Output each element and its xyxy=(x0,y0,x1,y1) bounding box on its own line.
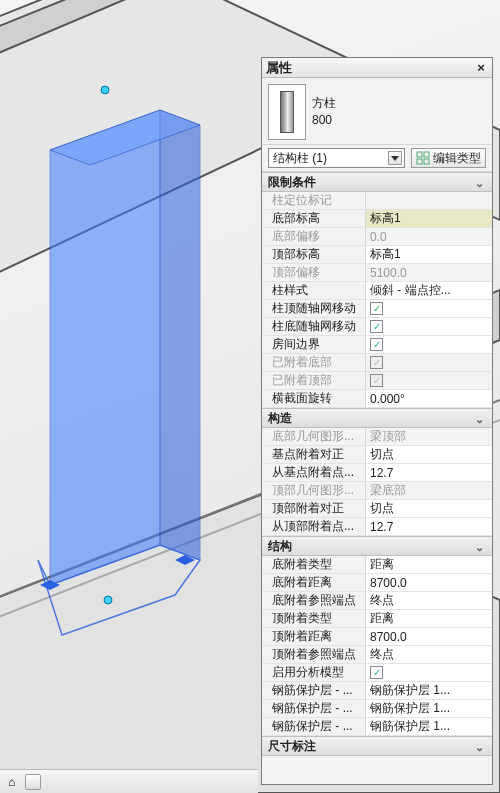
property-value[interactable]: ✓ xyxy=(366,300,492,317)
property-label: 底部偏移 xyxy=(262,228,366,245)
property-label: 顶部标高 xyxy=(262,246,366,263)
property-row: 房间边界✓ xyxy=(262,336,492,354)
property-label: 横截面旋转 xyxy=(262,390,366,407)
property-label: 柱顶随轴网移动 xyxy=(262,300,366,317)
property-row: 启用分析模型✓ xyxy=(262,664,492,682)
property-value[interactable]: ✓ xyxy=(366,318,492,335)
property-row: 基点附着对正切点 xyxy=(262,446,492,464)
property-value[interactable]: 12.7 xyxy=(366,518,492,535)
property-row: 底部几何图形...梁顶部 xyxy=(262,428,492,446)
property-value[interactable]: 倾斜 - 端点控... xyxy=(366,282,492,299)
checkbox[interactable]: ✓ xyxy=(370,666,383,679)
group-header[interactable]: 限制条件⌄ xyxy=(262,172,492,192)
edit-type-label: 编辑类型 xyxy=(433,150,481,167)
svg-rect-17 xyxy=(424,159,429,164)
close-icon[interactable]: × xyxy=(474,60,488,75)
checkbox: ✓ xyxy=(370,356,383,369)
property-label: 已附着顶部 xyxy=(262,372,366,389)
property-value[interactable]: 12.7 xyxy=(366,464,492,481)
edit-type-icon xyxy=(416,151,430,165)
svg-rect-16 xyxy=(417,159,422,164)
property-row: 已附着底部✓ xyxy=(262,354,492,372)
instance-selector-text: 结构柱 (1) xyxy=(273,150,327,167)
type-thumbnail xyxy=(268,84,306,140)
property-value[interactable]: 钢筋保护层 1... xyxy=(366,718,492,735)
svg-rect-14 xyxy=(417,152,422,157)
property-row: 顶部标高标高1 xyxy=(262,246,492,264)
property-row: 钢筋保护层 - ...钢筋保护层 1... xyxy=(262,718,492,736)
chevron-down-icon[interactable] xyxy=(388,151,402,165)
property-value[interactable]: ✓ xyxy=(366,664,492,681)
panel-titlebar[interactable]: 属性 × xyxy=(262,58,492,78)
group-name: 尺寸标注 xyxy=(268,738,316,755)
property-value[interactable]: 0.000° xyxy=(366,390,492,407)
property-row: 已附着顶部✓ xyxy=(262,372,492,390)
property-value[interactable]: 切点 xyxy=(366,500,492,517)
property-row: 底附着类型距离 xyxy=(262,556,492,574)
checkbox[interactable]: ✓ xyxy=(370,320,383,333)
property-value[interactable]: ✓ xyxy=(366,336,492,353)
svg-marker-6 xyxy=(50,110,160,585)
property-row: 柱样式倾斜 - 端点控... xyxy=(262,282,492,300)
edit-type-button[interactable]: 编辑类型 xyxy=(411,148,486,168)
property-row: 横截面旋转0.000° xyxy=(262,390,492,408)
property-label: 顶部附着对正 xyxy=(262,500,366,517)
property-value[interactable]: 标高1 xyxy=(366,246,492,263)
svg-marker-7 xyxy=(160,110,200,560)
checkbox: ✓ xyxy=(370,374,383,387)
type-name: 800 xyxy=(312,112,336,129)
property-label: 房间边界 xyxy=(262,336,366,353)
instance-selector[interactable]: 结构柱 (1) xyxy=(268,148,405,168)
group-name: 构造 xyxy=(268,410,292,427)
property-row: 底部标高标高1 xyxy=(262,210,492,228)
group-header[interactable]: 尺寸标注⌄ xyxy=(262,736,492,756)
property-row: 底部偏移0.0 xyxy=(262,228,492,246)
collapse-icon[interactable]: ⌄ xyxy=(472,412,486,426)
property-row: 柱顶随轴网移动✓ xyxy=(262,300,492,318)
property-label: 钢筋保护层 - ... xyxy=(262,682,366,699)
panel-title-text: 属性 xyxy=(266,59,292,77)
property-row: 顶部偏移5100.0 xyxy=(262,264,492,282)
property-label: 钢筋保护层 - ... xyxy=(262,718,366,735)
property-value: ✓ xyxy=(366,354,492,371)
property-value[interactable]: 终点 xyxy=(366,646,492,663)
property-value[interactable]: 标高1 xyxy=(366,210,492,227)
statusbar-icon[interactable] xyxy=(25,774,41,790)
property-value[interactable]: 终点 xyxy=(366,592,492,609)
property-label: 底部标高 xyxy=(262,210,366,227)
property-row: 从顶部附着点...12.7 xyxy=(262,518,492,536)
property-value[interactable]: 钢筋保护层 1... xyxy=(366,682,492,699)
property-label: 底附着参照端点 xyxy=(262,592,366,609)
collapse-icon[interactable]: ⌄ xyxy=(472,740,486,754)
property-value[interactable]: 距离 xyxy=(366,610,492,627)
property-value: ✓ xyxy=(366,372,492,389)
collapse-icon[interactable]: ⌄ xyxy=(472,176,486,190)
group-header[interactable]: 构造⌄ xyxy=(262,408,492,428)
checkbox[interactable]: ✓ xyxy=(370,338,383,351)
checkbox[interactable]: ✓ xyxy=(370,302,383,315)
property-label: 顶部偏移 xyxy=(262,264,366,281)
property-row: 柱底随轴网移动✓ xyxy=(262,318,492,336)
property-label: 底附着类型 xyxy=(262,556,366,573)
property-value[interactable]: 切点 xyxy=(366,446,492,463)
property-label: 底附着距离 xyxy=(262,574,366,591)
property-value[interactable]: 钢筋保护层 1... xyxy=(366,700,492,717)
svg-rect-15 xyxy=(424,152,429,157)
property-row: 顶部附着对正切点 xyxy=(262,500,492,518)
property-value[interactable]: 8700.0 xyxy=(366,574,492,591)
collapse-icon[interactable]: ⌄ xyxy=(472,540,486,554)
property-value[interactable]: 距离 xyxy=(366,556,492,573)
zoom-display[interactable]: ⌂ xyxy=(8,775,15,789)
property-value[interactable]: 8700.0 xyxy=(366,628,492,645)
property-label: 柱定位标记 xyxy=(262,192,366,209)
property-grid[interactable]: 限制条件⌄柱定位标记底部标高标高1底部偏移0.0顶部标高标高1顶部偏移5100.… xyxy=(262,172,492,784)
type-selector-row[interactable]: 方柱 800 xyxy=(262,78,492,145)
group-name: 限制条件 xyxy=(268,174,316,191)
property-row: 顶附着参照端点终点 xyxy=(262,646,492,664)
svg-marker-13 xyxy=(391,156,399,161)
property-label: 基点附着对正 xyxy=(262,446,366,463)
property-label: 顶附着距离 xyxy=(262,628,366,645)
properties-panel: 属性 × 方柱 800 结构柱 (1) 编辑类型 限制条件⌄柱定位标记底部标高标… xyxy=(261,57,493,785)
property-row: 顶附着类型距离 xyxy=(262,610,492,628)
group-header[interactable]: 结构⌄ xyxy=(262,536,492,556)
